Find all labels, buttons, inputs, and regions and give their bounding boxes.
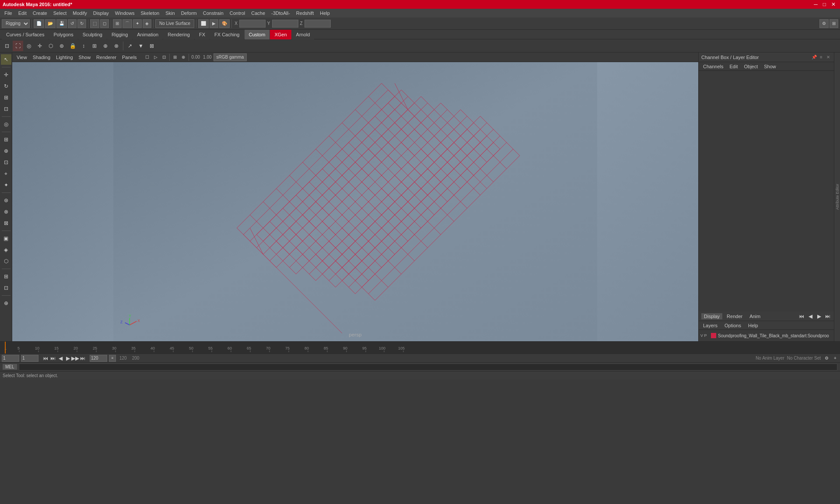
menu-modify[interactable]: Modify: [70, 10, 89, 17]
tab-arnold[interactable]: Arnold: [292, 30, 315, 39]
tool-16[interactable]: ⊞: [1, 271, 11, 282]
ipr-render-button[interactable]: ▶: [210, 19, 218, 28]
gamma-button[interactable]: sRGB gamma: [214, 53, 247, 61]
layout-button[interactable]: ⊞: [830, 19, 838, 28]
move-tool[interactable]: ✛: [1, 70, 11, 80]
menu-constrain[interactable]: Constrain: [200, 10, 226, 17]
go-start-button[interactable]: ⏮: [42, 355, 49, 362]
icon-btn-14[interactable]: ⊠: [147, 41, 157, 51]
icon-btn-12[interactable]: ↗: [125, 41, 135, 51]
viewport-3d[interactable]: X Y Z persp: [12, 62, 698, 341]
menu-control[interactable]: Control: [227, 10, 248, 17]
close-button[interactable]: ✕: [830, 1, 837, 7]
minimize-button[interactable]: ─: [812, 1, 819, 7]
tab-channels[interactable]: Channels: [700, 63, 726, 70]
go-end-button[interactable]: ⏭: [79, 355, 86, 362]
char-set-settings-icon[interactable]: ⚙: [823, 355, 830, 361]
timeline-ruler[interactable]: 1 5 10 15 20 25 30 35 40 45 50 55 60: [0, 342, 840, 354]
anim-tab[interactable]: Anim: [747, 313, 763, 319]
cb-pin-icon[interactable]: 📌: [811, 54, 817, 60]
tool-5[interactable]: ⊞: [1, 134, 11, 145]
tool-8[interactable]: ⌖: [1, 168, 11, 179]
vp-icon-1[interactable]: ☐: [144, 53, 151, 61]
soft-select-tool[interactable]: ◎: [1, 119, 11, 130]
tool-13[interactable]: ▣: [1, 233, 11, 244]
tab-rigging[interactable]: Rigging: [107, 30, 132, 39]
menu-deform[interactable]: Deform: [178, 10, 200, 17]
snap-grid-button[interactable]: ⊞: [113, 19, 122, 28]
open-file-button[interactable]: 📂: [45, 19, 56, 28]
vp-icon-3[interactable]: ⊡: [160, 53, 168, 61]
menu-skin[interactable]: Skin: [163, 10, 177, 17]
menu-display[interactable]: Display: [91, 10, 112, 17]
y-field[interactable]: [272, 20, 298, 28]
help-menu[interactable]: Help: [746, 322, 761, 329]
mode-select[interactable]: Rigging: [2, 19, 30, 28]
xgen-icon-active[interactable]: ⛶: [13, 41, 23, 51]
display-tab[interactable]: Display: [701, 313, 722, 319]
save-file-button[interactable]: 💾: [56, 19, 67, 28]
frame-start-input[interactable]: [2, 355, 19, 362]
vp-menu-show[interactable]: Show: [76, 54, 94, 60]
tab-object[interactable]: Object: [741, 63, 760, 70]
char-set-add-icon[interactable]: +: [832, 355, 838, 361]
menu-select[interactable]: Select: [51, 10, 70, 17]
layer-prev-prev[interactable]: ⏮: [798, 313, 805, 320]
cb-close-icon[interactable]: ✕: [825, 54, 831, 60]
tab-show[interactable]: Show: [761, 63, 779, 70]
menu-cache[interactable]: Cache: [248, 10, 268, 17]
maximize-button[interactable]: □: [821, 1, 828, 7]
snap-point-button[interactable]: ✦: [133, 19, 142, 28]
tool-11[interactable]: ⊗: [1, 206, 11, 217]
menu-redshift[interactable]: Redshift: [294, 10, 316, 17]
tab-rendering[interactable]: Rendering: [163, 30, 194, 39]
icon-btn-8[interactable]: ↕: [78, 41, 89, 51]
x-field[interactable]: [239, 20, 266, 28]
vp-menu-shading[interactable]: Shading: [30, 54, 53, 60]
icon-btn-9[interactable]: ⊞: [89, 41, 100, 51]
menu-file[interactable]: File: [2, 10, 15, 17]
tab-fx-caching[interactable]: FX Caching: [210, 30, 244, 39]
small-icon-btn-1[interactable]: ⊡: [2, 41, 12, 51]
render-settings-button[interactable]: ⬜: [198, 19, 209, 28]
tool-9[interactable]: ✦: [1, 180, 11, 190]
redo-button[interactable]: ↻: [77, 19, 86, 28]
vp-menu-panels[interactable]: Panels: [119, 54, 140, 60]
tool-12[interactable]: ⊠: [1, 218, 11, 228]
vp-icon-5[interactable]: ⊕: [179, 53, 187, 61]
cb-settings-icon[interactable]: ≡: [818, 54, 824, 60]
vp-icon-4[interactable]: ⊞: [171, 53, 179, 61]
layer-next-next[interactable]: ⏭: [824, 313, 831, 320]
tool-7[interactable]: ⊡: [1, 157, 11, 168]
menu-windows[interactable]: Windows: [112, 10, 137, 17]
tab-edit[interactable]: Edit: [727, 63, 740, 70]
icon-btn-6[interactable]: ⊛: [56, 41, 67, 51]
lasso-tool-button[interactable]: ◻: [100, 19, 109, 28]
frame-current-input[interactable]: [21, 355, 38, 362]
mel-input[interactable]: [19, 364, 837, 371]
step-forward-button[interactable]: ▶▶: [72, 355, 79, 362]
tab-sculpting[interactable]: Sculpting: [78, 30, 107, 39]
mel-tab[interactable]: MEL: [3, 364, 17, 370]
z-field[interactable]: [304, 20, 331, 28]
menu-create[interactable]: Create: [30, 10, 50, 17]
layers-menu[interactable]: Layers: [700, 322, 720, 329]
select-tool[interactable]: ↖: [1, 54, 11, 65]
render-view-button[interactable]: 🎨: [219, 19, 230, 28]
icon-btn-10[interactable]: ⊕: [100, 41, 111, 51]
options-menu[interactable]: Options: [722, 322, 744, 329]
tab-curves-surfaces[interactable]: Curves / Surfaces: [2, 30, 49, 39]
universal-tool[interactable]: ⊡: [1, 104, 11, 114]
tab-custom[interactable]: Custom: [245, 30, 270, 39]
tab-polygons[interactable]: Polygons: [49, 30, 77, 39]
xgen-display-btn[interactable]: ◎: [24, 41, 34, 51]
undo-button[interactable]: ↺: [68, 19, 77, 28]
vp-menu-renderer[interactable]: Renderer: [94, 54, 119, 60]
layer-row-1[interactable]: V P Soundproofing_Wall_Tile_Black_mb_sta…: [699, 331, 834, 340]
tool-18[interactable]: ⊕: [1, 298, 11, 308]
snap-surface-button[interactable]: ◈: [143, 19, 151, 28]
tool-6[interactable]: ⊕: [1, 146, 11, 156]
tab-animation[interactable]: Animation: [133, 30, 163, 39]
select-tool-button[interactable]: ⬚: [90, 19, 99, 28]
vp-menu-view[interactable]: View: [14, 54, 30, 60]
